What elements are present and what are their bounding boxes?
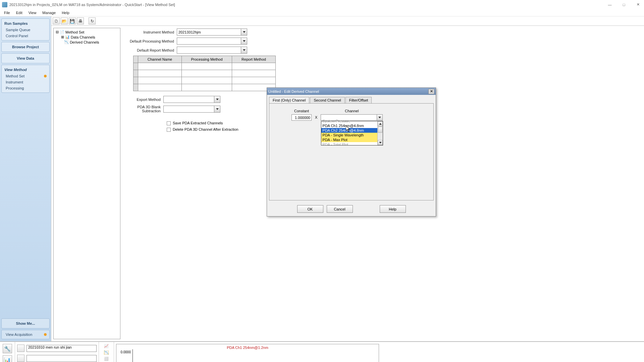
dialog-tab-body: Constant X Channel (269, 103, 434, 200)
tree-derived-channels[interactable]: 📉 Derived Channels (60, 40, 119, 45)
pda-blank-sub-label: PDA 3D Blank Subtraction (126, 105, 163, 113)
bottom-panel: 🔧 📊 ⬜ ⬜ 🔌 20210310 men run shi jian c22 … (0, 341, 644, 362)
tree-root[interactable]: ⊟ 📄 Method Set (55, 29, 119, 35)
app-icon (2, 2, 7, 7)
content-area: 🗋 📂 💾 🖶 ↻ ⊟ 📄 Method Set ⊞ 📊 Data Channe… (51, 16, 644, 341)
nav-method-set[interactable]: Method Set (2, 73, 49, 79)
tool-icon-r2[interactable]: 📉 (104, 350, 109, 355)
option-pda-total-plot[interactable]: PDA - Total Plot (321, 142, 383, 145)
bp-left-tools: 🔧 📊 ⬜ ⬜ 🔌 (0, 342, 15, 362)
open-button[interactable]: 📂 (61, 17, 68, 24)
default-report-method-label: Default Report Method (126, 48, 177, 52)
chevron-down-icon[interactable] (214, 106, 220, 112)
default-processing-method-label: Default Processing Method (126, 39, 177, 43)
constant-input[interactable] (291, 114, 312, 121)
window-controls: — □ ✕ (606, 2, 642, 7)
channel-grid[interactable]: Channel NameProcessing MethodReport Meth… (133, 56, 276, 91)
navbar: Run Samples Sample Queue Control Panel B… (0, 16, 51, 341)
dialog-close-button[interactable]: ✕ (428, 89, 434, 94)
nav-run-samples[interactable]: Run Samples (2, 20, 49, 27)
inject-icon[interactable] (17, 355, 24, 362)
dialog-tabs: First (Only) Channel Second Channel Filt… (269, 97, 434, 103)
nav-view-acquisition[interactable]: View Acquisition (2, 331, 49, 338)
chart-title: PDA Ch1 254nm@1.2nm (227, 346, 268, 350)
tool-icon-r1[interactable]: 📈 (104, 344, 109, 348)
dropdown-scrollbar[interactable] (377, 121, 383, 145)
cancel-button[interactable]: Cancel (327, 205, 353, 213)
nav-view-data[interactable]: View Data (1, 53, 50, 63)
window-title: 20213312hjm in Projects_02\LM on WAT18 a… (9, 3, 606, 7)
vial-icon[interactable] (17, 345, 24, 352)
nav-instrument[interactable]: Instrument (2, 79, 49, 85)
form-pane: Instrument Method 20213312hjm Default Pr… (122, 26, 644, 341)
constant-label: Constant (294, 109, 309, 113)
nav-browse-project[interactable]: Browse Project (1, 42, 50, 52)
menu-edit[interactable]: Edit (13, 10, 25, 16)
col-channel-name[interactable]: Channel Name (138, 56, 182, 63)
save-button[interactable]: 💾 (69, 17, 76, 24)
ok-button[interactable]: OK (297, 205, 323, 213)
chevron-down-icon[interactable] (241, 38, 247, 44)
sample-name-field[interactable]: 20210310 men run shi jian (26, 345, 97, 352)
dialog-title: Untitled - Edit Derived Channel (268, 89, 319, 94)
nav-sample-queue[interactable]: Sample Queue (2, 27, 49, 33)
modified-dot-icon (44, 75, 47, 77)
help-button[interactable]: Help (380, 205, 406, 213)
option-pda-single-wavelength[interactable]: PDA - Single Wavelength (321, 133, 383, 137)
menubar: File Edit View Manage Help (0, 9, 644, 16)
tree-data-channels[interactable]: ⊞ 📊 Data Channels (60, 35, 119, 40)
option-pda-max-plot[interactable]: PDA - Max Plot (321, 137, 383, 142)
titlebar: 20213312hjm in Projects_02\LM on WAT18 a… (0, 0, 644, 9)
tab-first-channel[interactable]: First (Only) Channel (269, 97, 309, 103)
tool-icon-1[interactable]: 🔧 (3, 344, 12, 353)
multiply-label: X (315, 109, 317, 119)
menu-help[interactable]: Help (59, 10, 72, 16)
export-method-select[interactable] (163, 96, 220, 103)
instrument-method-select[interactable]: 20213312hjm (177, 28, 247, 36)
dialog-titlebar[interactable]: Untitled - Edit Derived Channel ✕ (267, 88, 436, 95)
nav-run-samples-group: Run Samples Sample Queue Control Panel (1, 18, 50, 41)
maximize-button[interactable]: □ (620, 3, 628, 7)
channel-select[interactable]: System Pressure PDA Ch1 254nm@4.8nm PDA … (321, 114, 383, 121)
tab-filter-offset[interactable]: Filter/Offset (345, 97, 372, 103)
pda-blank-sub-select[interactable] (163, 106, 220, 113)
chromatogram-chart[interactable]: PDA Ch1 254nm@1.2nm 0.0000 -0.0002 -0.00… (116, 344, 379, 362)
chevron-down-icon[interactable] (214, 96, 220, 103)
col-report-method[interactable]: Report Method (232, 56, 276, 63)
nav-view-acq-group: View Acquisition (1, 330, 50, 339)
tab-second-channel[interactable]: Second Channel (310, 97, 344, 103)
col-processing-method[interactable]: Processing Method (182, 56, 232, 63)
nav-processing[interactable]: Processing (2, 85, 49, 91)
scroll-thumb[interactable] (378, 127, 382, 133)
scroll-up-button[interactable] (378, 121, 383, 126)
default-report-method-select[interactable] (177, 47, 247, 54)
nav-show-me[interactable]: Show Me... (1, 318, 50, 328)
option-pda-ch2[interactable]: PDA Ch2 254nm@4.8nm (321, 128, 383, 133)
refresh-button[interactable]: ↻ (89, 17, 96, 24)
tree-pane[interactable]: ⊟ 📄 Method Set ⊞ 📊 Data Channels 📉 Deriv… (53, 28, 120, 339)
option-system-pressure[interactable]: System Pressure (321, 119, 383, 123)
dialog-button-row: OK Cancel Help (267, 202, 436, 216)
chevron-down-icon[interactable] (241, 47, 247, 53)
tool-icon-2[interactable]: 📊 (3, 355, 12, 362)
menu-file[interactable]: File (1, 10, 13, 16)
export-method-label: Export Method (126, 98, 163, 102)
option-pda-ch1[interactable]: PDA Ch1 254nm@4.8nm (321, 123, 383, 128)
close-button[interactable]: ✕ (634, 2, 642, 7)
doc-toolbar: 🗋 📂 💾 🖶 ↻ (51, 16, 644, 26)
new-button[interactable]: 🗋 (53, 17, 60, 24)
modified-dot-icon (44, 333, 47, 336)
nav-view-method[interactable]: View Method (2, 66, 49, 73)
minimize-button[interactable]: — (606, 3, 614, 7)
print-button[interactable]: 🖶 (77, 17, 84, 24)
nav-control-panel[interactable]: Control Panel (2, 33, 49, 39)
chevron-down-icon[interactable] (241, 29, 247, 35)
chart-area: PDA Ch1 254nm@1.2nm 0.0000 -0.0002 -0.00… (114, 342, 381, 362)
menu-manage[interactable]: Manage (40, 10, 58, 16)
tool-icon-r3[interactable]: ⬜ (104, 357, 109, 361)
inject-field[interactable] (26, 355, 97, 362)
default-processing-method-select[interactable] (177, 38, 247, 45)
scroll-down-button[interactable] (378, 140, 383, 145)
instrument-method-label: Instrument Method (126, 30, 177, 34)
menu-view[interactable]: View (26, 10, 39, 16)
